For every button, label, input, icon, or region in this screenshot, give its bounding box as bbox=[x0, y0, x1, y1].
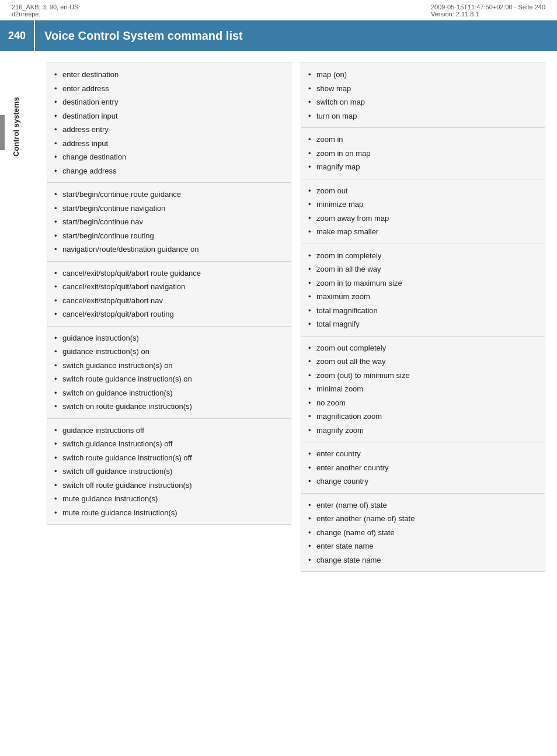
page-number-box: 240 bbox=[0, 20, 35, 51]
list-item: zoom in bbox=[308, 133, 538, 147]
list-item: zoom out completely bbox=[308, 341, 538, 355]
cmd-group-route-cancel: cancel/exit/stop/quit/abort route guidan… bbox=[47, 261, 291, 326]
meta-right: 2009-05-15T11:47:50+02:00 - Seite 240Ver… bbox=[431, 4, 545, 18]
list-item: address entry bbox=[54, 123, 284, 137]
list-item: destination input bbox=[54, 109, 284, 123]
list-item: switch guidance instruction(s) on bbox=[54, 359, 284, 373]
list-item: change country bbox=[308, 474, 538, 488]
page-header: 240 Voice Control System command list bbox=[0, 20, 557, 51]
list-item: switch on map bbox=[308, 95, 538, 109]
list-item: enter another country bbox=[308, 461, 538, 475]
cmd-group-guidance-off: guidance instructions off switch guidanc… bbox=[47, 418, 291, 525]
list-item: zoom (out) to minimum size bbox=[308, 369, 538, 383]
list-item: enter address bbox=[54, 82, 284, 96]
page-title: Voice Control System command list bbox=[35, 29, 243, 43]
list-item: zoom out bbox=[308, 184, 538, 198]
cmd-group-zoom-in-completely: zoom in completely zoom in all the way z… bbox=[301, 244, 545, 336]
list-item: magnify map bbox=[308, 160, 538, 174]
cmd-group-zoom-out: zoom out minimize map zoom away from map… bbox=[301, 179, 545, 244]
list-item: change destination bbox=[54, 150, 284, 164]
list-item: start/begin/continue routing bbox=[54, 229, 284, 243]
cmd-group-enter-country: enter country enter another country chan… bbox=[301, 442, 545, 493]
sidebar-marker bbox=[0, 115, 5, 150]
list-item: map (on) bbox=[308, 68, 538, 82]
cmd-group-enter-state: enter (name of) state enter another (nam… bbox=[301, 493, 545, 573]
list-item: start/begin/continue route guidance bbox=[54, 188, 284, 202]
list-item: show map bbox=[308, 82, 538, 96]
list-item: mute guidance instruction(s) bbox=[54, 492, 284, 506]
list-item: enter country bbox=[308, 447, 538, 461]
list-item: enter (name of) state bbox=[308, 498, 538, 512]
list-item: change address bbox=[54, 164, 284, 178]
cmd-group-route-start: start/begin/continue route guidance star… bbox=[47, 182, 291, 261]
list-item: zoom out all the way bbox=[308, 355, 538, 369]
list-item: guidance instructions off bbox=[54, 424, 284, 438]
cmd-group-destination: enter destination enter address destinat… bbox=[47, 63, 291, 182]
list-item: minimize map bbox=[308, 197, 538, 211]
list-item: switch guidance instruction(s) off bbox=[54, 437, 284, 451]
list-item: switch off route guidance instruction(s) bbox=[54, 478, 284, 493]
list-item: make map smaller bbox=[308, 225, 538, 239]
cmd-group-guidance-on: guidance instruction(s) guidance instruc… bbox=[47, 326, 291, 418]
list-item: cancel/exit/stop/quit/abort route guidan… bbox=[54, 266, 284, 280]
cmd-group-map-on: map (on) show map switch on map turn on … bbox=[301, 63, 545, 127]
list-item: enter destination bbox=[54, 68, 284, 82]
list-item: switch off guidance instruction(s) bbox=[54, 464, 284, 478]
meta-left: 216_AKB; 3; 90, en-USd2ureepe, bbox=[12, 4, 78, 18]
left-column: enter destination enter address destinat… bbox=[47, 63, 291, 572]
list-item: cancel/exit/stop/quit/abort navigation bbox=[54, 280, 284, 294]
list-item: guidance instruction(s) on bbox=[54, 345, 284, 359]
cmd-group-zoom-in: zoom in zoom in on map magnify map bbox=[301, 127, 545, 179]
sidebar-label: Control systems bbox=[12, 68, 20, 185]
cmd-group-zoom-out-completely: zoom out completely zoom out all the way… bbox=[301, 336, 545, 442]
list-item: change (name of) state bbox=[308, 526, 538, 540]
list-item: magnification zoom bbox=[308, 410, 538, 424]
list-item: maximum zoom bbox=[308, 290, 538, 304]
list-item: zoom in to maximum size bbox=[308, 276, 538, 290]
list-item: cancel/exit/stop/quit/abort nav bbox=[54, 294, 284, 308]
list-item: turn on map bbox=[308, 109, 538, 123]
list-item: zoom in on map bbox=[308, 147, 538, 161]
list-item: start/begin/continue navigation bbox=[54, 202, 284, 216]
list-item: navigation/route/destination guidance on bbox=[54, 242, 284, 256]
list-item: guidance instruction(s) bbox=[54, 331, 284, 345]
list-item: zoom in all the way bbox=[308, 262, 538, 276]
list-item: zoom in completely bbox=[308, 249, 538, 263]
list-item: change state name bbox=[308, 553, 538, 567]
right-column: map (on) show map switch on map turn on … bbox=[301, 63, 545, 572]
list-item: address input bbox=[54, 137, 284, 151]
list-item: start/begin/continue nav bbox=[54, 215, 284, 229]
list-item: zoom away from map bbox=[308, 211, 538, 226]
page-number: 240 bbox=[8, 30, 26, 42]
list-item: minimal zoom bbox=[308, 382, 538, 396]
list-item: enter state name bbox=[308, 539, 538, 553]
list-item: destination entry bbox=[54, 95, 284, 109]
list-item: switch route guidance instruction(s) on bbox=[54, 372, 284, 386]
list-item: switch on route guidance instruction(s) bbox=[54, 400, 284, 414]
list-item: cancel/exit/stop/quit/abort routing bbox=[54, 307, 284, 321]
list-item: no zoom bbox=[308, 396, 538, 410]
list-item: switch on guidance instruction(s) bbox=[54, 386, 284, 400]
list-item: magnify zoom bbox=[308, 424, 538, 438]
list-item: total magnify bbox=[308, 317, 538, 331]
list-item: mute route guidance instruction(s) bbox=[54, 506, 284, 520]
list-item: enter another (name of) state bbox=[308, 512, 538, 526]
list-item: total magnification bbox=[308, 304, 538, 318]
list-item: switch route guidance instruction(s) off bbox=[54, 451, 284, 465]
page-meta: 216_AKB; 3; 90, en-USd2ureepe, 2009-05-1… bbox=[0, 0, 557, 20]
